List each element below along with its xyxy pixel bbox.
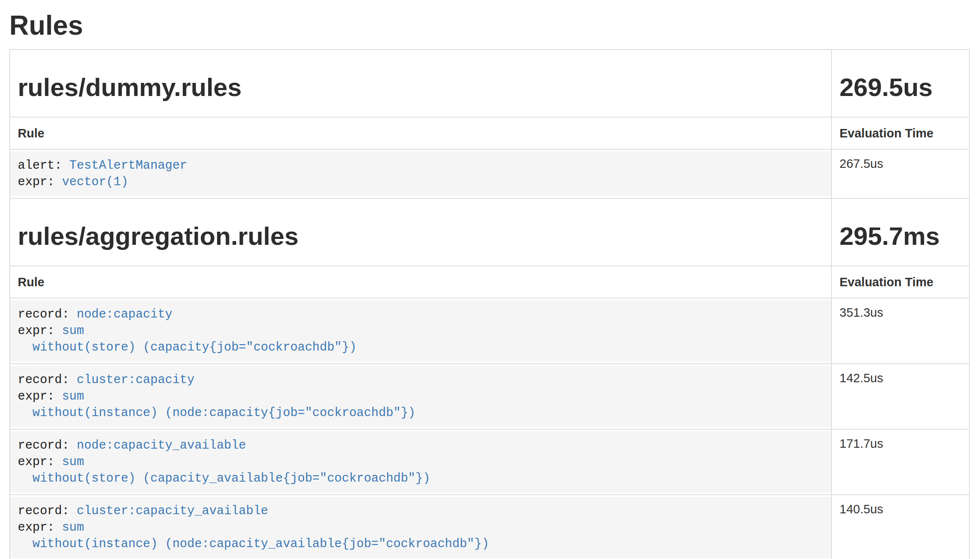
rule-keyword: record: bbox=[18, 504, 69, 518]
rule-keyword: expr: bbox=[18, 521, 55, 534]
rule-value-link[interactable]: node:capacity_available bbox=[69, 438, 246, 452]
rule-row: record: cluster:capacity expr: sum witho… bbox=[10, 364, 969, 429]
group-header-row: rules/aggregation.rules 295.7ms bbox=[10, 198, 969, 266]
rule-row: record: cluster:capacity_available expr:… bbox=[10, 495, 969, 559]
rule-code: record: cluster:capacity expr: sum witho… bbox=[10, 366, 831, 427]
group-total-evaluation-time: 269.5us bbox=[840, 74, 961, 101]
group-total-evaluation-time: 295.7ms bbox=[840, 222, 961, 250]
page-title: Rules bbox=[9, 10, 969, 41]
rule-value-link[interactable]: cluster:capacity bbox=[69, 373, 195, 387]
rule-value-link[interactable]: node:capacity bbox=[69, 307, 173, 321]
rule-keyword: alert: bbox=[18, 159, 62, 173]
rule-value-link[interactable]: sum bbox=[55, 455, 84, 469]
eval-time-column-header: Evaluation Time bbox=[831, 266, 969, 298]
rule-keyword: record: bbox=[18, 373, 69, 387]
rule-code: alert: TestAlertManager expr: vector(1) bbox=[10, 151, 831, 196]
column-header-row: Rule Evaluation Time bbox=[10, 266, 969, 298]
rule-row: record: node:capacity expr: sum without(… bbox=[10, 298, 969, 364]
rule-value-link[interactable]: TestAlertManager bbox=[62, 159, 187, 173]
rule-evaluation-time: 267.5us bbox=[831, 149, 969, 198]
rule-column-header: Rule bbox=[10, 266, 831, 298]
rule-value-link[interactable]: vector(1) bbox=[55, 175, 128, 189]
rule-value-link[interactable]: sum bbox=[55, 324, 84, 338]
rule-code: record: node:capacity_available expr: su… bbox=[10, 431, 831, 493]
group-header-row: rules/dummy.rules 269.5us bbox=[10, 49, 969, 117]
rule-evaluation-time: 140.5us bbox=[831, 495, 969, 559]
rule-evaluation-time: 351.3us bbox=[831, 298, 969, 364]
rule-keyword: expr: bbox=[18, 389, 55, 403]
eval-time-column-header: Evaluation Time bbox=[831, 117, 969, 149]
rule-keyword: expr: bbox=[18, 175, 55, 189]
rule-keyword: record: bbox=[18, 438, 69, 452]
rule-value-link[interactable]: sum bbox=[55, 521, 84, 534]
rule-keyword: expr: bbox=[18, 324, 55, 338]
rule-keyword: record: bbox=[18, 307, 69, 321]
rule-code: record: node:capacity expr: sum without(… bbox=[10, 300, 831, 362]
rule-evaluation-time: 171.7us bbox=[831, 429, 969, 495]
group-file-name: rules/aggregation.rules bbox=[18, 222, 823, 250]
rule-group-table-dummy: rules/dummy.rules 269.5us Rule Evaluatio… bbox=[9, 49, 970, 199]
rule-row: alert: TestAlertManager expr: vector(1) … bbox=[10, 149, 969, 198]
rules-page: Rules rules/dummy.rules 269.5us Rule Eva… bbox=[0, 10, 980, 559]
rule-row: record: node:capacity_available expr: su… bbox=[10, 429, 969, 495]
rule-value-link[interactable]: cluster:capacity_available bbox=[69, 504, 268, 518]
rule-keyword: expr: bbox=[18, 455, 55, 469]
rule-expression-link[interactable]: without(store) (capacity_available{job="… bbox=[18, 471, 430, 485]
rule-code: record: cluster:capacity_available expr:… bbox=[10, 497, 831, 558]
rule-expression-link[interactable]: without(instance) (node:capacity_availab… bbox=[18, 537, 489, 551]
rule-column-header: Rule bbox=[10, 117, 831, 149]
rule-expression-link[interactable]: without(store) (capacity{job="cockroachd… bbox=[18, 340, 357, 354]
rule-expression-link[interactable]: without(instance) (node:capacity{job="co… bbox=[18, 406, 416, 420]
group-file-name: rules/dummy.rules bbox=[18, 74, 823, 101]
column-header-row: Rule Evaluation Time bbox=[10, 117, 969, 149]
rule-group-table-aggregation: rules/aggregation.rules 295.7ms Rule Eva… bbox=[9, 198, 970, 559]
rule-value-link[interactable]: sum bbox=[55, 389, 84, 403]
rule-evaluation-time: 142.5us bbox=[831, 364, 969, 429]
